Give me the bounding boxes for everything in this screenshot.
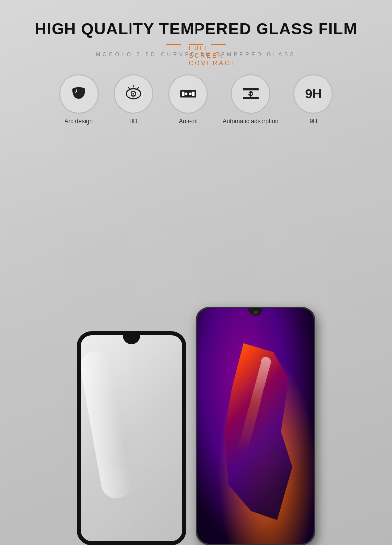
phone-wallpaper <box>197 308 314 544</box>
subtitle: FULL SCREEN COVERAGE <box>0 40 392 48</box>
main-title: HIGH QUALITY TEMPERED GLASS FILM <box>0 20 392 38</box>
feature-label-9h: 9H <box>310 118 317 125</box>
9h-text: 9H <box>305 86 322 102</box>
svg-point-11 <box>189 92 191 95</box>
phone-camera <box>254 311 258 314</box>
glass-protector <box>77 331 186 545</box>
svg-line-6 <box>137 87 139 89</box>
feature-label-adsorption: Automatic adsorption <box>223 118 279 125</box>
accent-line-left <box>166 44 181 45</box>
features-row: Arc design HD <box>29 74 363 125</box>
side-button-vol-up <box>314 361 315 376</box>
feature-circle-anti-oil <box>168 74 208 114</box>
feature-circle-adsorption <box>231 74 270 114</box>
phone-device <box>196 307 315 545</box>
svg-rect-12 <box>243 88 259 90</box>
svg-point-3 <box>132 93 134 94</box>
feature-adsorption: Automatic adsorption <box>223 74 279 125</box>
feature-label-arc: Arc design <box>65 118 93 125</box>
accent-line-right <box>211 44 226 45</box>
feature-anti-oil: Anti-oil <box>168 74 208 125</box>
feature-hd: HD <box>114 74 153 125</box>
feature-label-hd: HD <box>129 118 137 125</box>
header-section: HIGH QUALITY TEMPERED GLASS FILM FULL SC… <box>0 0 392 62</box>
glass-shine <box>78 349 133 501</box>
phones-section <box>57 140 335 545</box>
phone-screen <box>197 308 314 544</box>
glass-outer-body <box>77 331 186 545</box>
arc-icon <box>69 84 88 103</box>
side-button-vol-down <box>314 380 315 394</box>
svg-rect-13 <box>243 97 259 99</box>
hd-icon <box>123 83 144 104</box>
feature-arc-design: Arc design <box>59 74 99 125</box>
anti-oil-icon <box>178 83 198 104</box>
svg-rect-8 <box>182 92 184 96</box>
glass-notch <box>123 335 140 344</box>
adsorption-icon <box>240 83 261 104</box>
svg-rect-9 <box>192 92 194 96</box>
tagline: MOCOLO 2.5D CURVED 9H TEMPERED GLASS <box>0 52 392 57</box>
side-button-power <box>314 348 315 357</box>
subtitle-text: FULL SCREEN COVERAGE <box>189 44 203 45</box>
svg-point-10 <box>185 92 187 95</box>
feature-circle-hd <box>114 74 153 114</box>
phone-body <box>196 307 315 545</box>
svg-line-5 <box>128 87 130 89</box>
phone-side-buttons <box>314 348 315 394</box>
feature-circle-9h: 9H <box>293 74 333 114</box>
feature-circle-arc <box>59 74 99 114</box>
feature-9h: 9H 9H <box>293 74 333 125</box>
feature-label-anti-oil: Anti-oil <box>179 118 197 125</box>
